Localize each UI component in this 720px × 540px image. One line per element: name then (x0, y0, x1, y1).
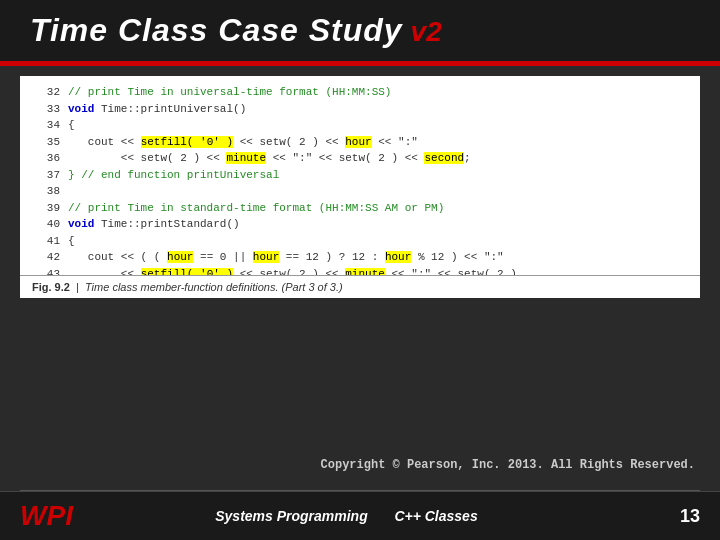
figure-id: Fig. 9.2 (32, 281, 70, 293)
code-line-38: 38 (32, 183, 688, 200)
code-container: 32 // print Time in universal-time forma… (20, 76, 700, 275)
wpi-logo-text: WPI (20, 500, 73, 532)
footer-center: Systems Programming C++ Classes (73, 507, 620, 525)
copyright-text: Copyright © Pearson, Inc. 2013. All Righ… (0, 458, 720, 480)
footer-bar: WPI Systems Programming C++ Classes 13 (0, 491, 720, 540)
code-line-41: 41 { (32, 233, 688, 250)
accent-line (0, 61, 720, 66)
code-line-34: 34 { (32, 117, 688, 134)
code-line-35: 35 cout << setfill( '0' ) << setw( 2 ) <… (32, 134, 688, 151)
figure-caption: Fig. 9.2 | Time class member-function de… (20, 275, 700, 298)
code-line-37: 37 } // end function printUniversal (32, 167, 688, 184)
bottom-area: Copyright © Pearson, Inc. 2013. All Righ… (0, 298, 720, 491)
systems-label: Systems Programming (215, 508, 368, 524)
code-line-33: 33 void Time::printUniversal() (32, 101, 688, 118)
slide-title: Time Class Case Study (30, 12, 403, 49)
code-line-42: 42 cout << ( ( hour == 0 || hour == 12 )… (32, 249, 688, 266)
code-line-40: 40 void Time::printStandard() (32, 216, 688, 233)
figure-text: Time class member-function definitions. … (85, 281, 343, 293)
code-line-36: 36 << setw( 2 ) << minute << ":" << setw… (32, 150, 688, 167)
slide-version: v2 (411, 16, 442, 48)
title-bar: Time Class Case Study v2 (0, 0, 720, 61)
main-container: Time Class Case Study v2 32 // print Tim… (0, 0, 720, 540)
page-number: 13 (680, 506, 700, 526)
footer-right: 13 (620, 506, 700, 527)
code-line-43: 43 << setfill( '0' ) << setw( 2 ) << min… (32, 266, 688, 275)
code-line-32: 32 // print Time in universal-time forma… (32, 84, 688, 101)
code-line-39: 39 // print Time in standard-time format… (32, 200, 688, 217)
wpi-logo: WPI (20, 500, 73, 532)
topic-label: C++ Classes (394, 508, 477, 524)
